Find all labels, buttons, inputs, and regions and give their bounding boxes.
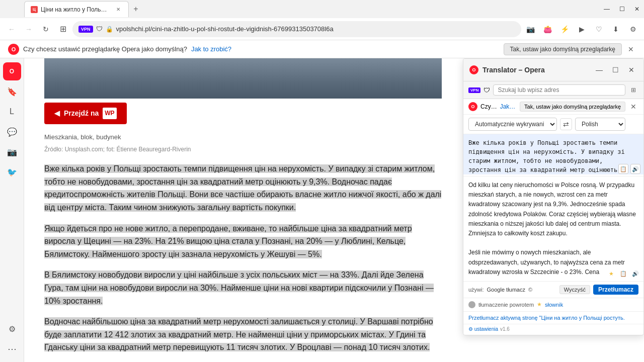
translator-panel: O Translator – Opera — ☐ ✕ VPN 🛡 ⊞ O Czy…	[463, 58, 644, 335]
translator-ext-icon[interactable]: ⊞	[628, 85, 638, 95]
source-language-select[interactable]: Automatycznie wykrywani	[468, 118, 557, 131]
left-sidebar: O 🔖 L 💬 📷 🐦 ⚙ ⋯	[0, 58, 24, 362]
play-icon[interactable]: ▶	[575, 22, 589, 36]
translator-opera-logo: O	[469, 65, 478, 74]
translate-button[interactable]: Przetłumacz	[593, 285, 638, 295]
sidebar-settings-icon[interactable]: ⚙	[3, 320, 21, 338]
translator-version: ⚙ ustawienia v1.6	[463, 324, 643, 335]
translator-infobar: O Czy… Jak… Tak, ustaw jako domyślną prz…	[463, 99, 643, 115]
screenshot-icon[interactable]: 📷	[523, 22, 537, 36]
infobar-text: Czy chcesz ustawić przeglądarkę Opera ja…	[23, 45, 187, 53]
sidebar-history-icon[interactable]: L	[3, 103, 21, 121]
tab-favicon: Ц	[31, 6, 38, 13]
minimize-button[interactable]: —	[600, 2, 614, 16]
translator-infobar-prefix: Czy…	[480, 103, 497, 110]
translator-vpn-badge: VPN	[468, 87, 480, 93]
output-star-button[interactable]: ★	[606, 269, 616, 279]
infobar: O Czy chcesz ustawić przeglądarkę Opera …	[0, 40, 644, 58]
sidebar-twitter-icon[interactable]: 🐦	[3, 163, 21, 181]
wallet-icon[interactable]: 👛	[540, 22, 554, 36]
sidebar-messenger-icon[interactable]: 💬	[3, 123, 21, 141]
settings-icon[interactable]: ⚙	[626, 22, 640, 36]
new-tab-button[interactable]: +	[129, 2, 143, 16]
output-copy-button[interactable]: 📋	[618, 269, 628, 279]
source-textarea[interactable]: Вже кілька років у Польщі зростають темп…	[463, 134, 643, 174]
translator-close-button[interactable]: ✕	[625, 64, 637, 76]
aria-icon[interactable]: ⚡	[557, 22, 572, 36]
close-window-button[interactable]: ✕	[630, 2, 644, 16]
extensions-button[interactable]: ⊞	[55, 22, 70, 37]
footer-dictionary-link[interactable]: słownik	[545, 302, 563, 308]
footer-badge	[468, 301, 475, 308]
article-paragraph-4: Водночас найбільшою ціна за квадратний м…	[44, 315, 442, 354]
source-tts-button[interactable]: 🔊	[630, 164, 640, 174]
set-default-button[interactable]: Tak, ustaw jako domyślną przeglądarkę	[504, 43, 622, 55]
forward-button[interactable]: →	[21, 22, 36, 37]
highlighted-text-4: Водночас найбільшою ціна за квадратний м…	[44, 317, 433, 351]
opera-logo: O	[8, 44, 19, 55]
navigation-bar: ← → ↻ ⊞ VPN 🛡 🔒 vpolshchi.pl/cini-na-zhi…	[0, 18, 644, 40]
arrow-icon: ◀	[54, 108, 60, 119]
translator-minimize-button[interactable]: —	[593, 64, 605, 76]
translator-infobar-link[interactable]: Jak…	[500, 103, 516, 110]
wp-button-label: Przejdź na	[64, 108, 99, 119]
image-source: Źródło: Unsplash.com; fot: Étienne Beaur…	[44, 145, 442, 154]
tab-bar: Ц Ціни на житло у Польщі р ✕ + — ☐ ✕	[0, 0, 644, 18]
refresh-button[interactable]: ↻	[38, 22, 53, 37]
source-copy-button[interactable]: 📋	[618, 164, 628, 174]
output-actions: ★ 📋 🔊	[606, 269, 640, 279]
output-tts-button[interactable]: 🔊	[630, 269, 640, 279]
version-number: v1.6	[500, 326, 510, 332]
wp-logo: WP	[103, 108, 116, 119]
sidebar-bookmarks-icon[interactable]: 🔖	[3, 82, 21, 101]
maximize-button[interactable]: ☐	[615, 2, 629, 16]
tab-close-button[interactable]: ✕	[114, 6, 122, 14]
engine-settings-link[interactable]: ©	[528, 287, 532, 293]
tab-title: Ціни на житло у Польщі р	[41, 6, 111, 13]
translator-address-input[interactable]	[493, 84, 625, 96]
footer-star-icon: ★	[537, 301, 542, 308]
image-caption: Mieszkania, blok, budynek	[44, 132, 442, 143]
main-layout: O 🔖 L 💬 📷 🐦 ⚙ ⋯ ◀ Przejdź na WP Mieszkan…	[0, 58, 644, 362]
translator-address-bar: VPN 🛡 ⊞	[463, 81, 643, 99]
source-text-container: Вже кілька років у Польщі зростають темп…	[463, 134, 643, 176]
language-swap-button[interactable]: ⇄	[560, 118, 572, 130]
url-text: vpolshchi.pl/cini-na-zhitlo-u-pol-shi-ro…	[116, 25, 515, 33]
sidebar-more-icon[interactable]: ⋯	[3, 340, 21, 358]
article-paragraph-1: Вже кілька років у Польщі зростають темп…	[44, 162, 442, 214]
version-settings-link[interactable]: ⚙ ustawienia	[468, 326, 498, 332]
translator-infobar-close[interactable]: ✕	[628, 103, 638, 111]
content-area: ◀ Przejdź na WP Mieszkania, blok, budyne…	[24, 58, 644, 362]
clear-button[interactable]: Wyczyść	[559, 285, 590, 294]
browser-chrome: Ц Ціни на житло у Польщі р ✕ + — ☐ ✕ ← →…	[0, 0, 644, 58]
window-controls: — ☐ ✕	[600, 2, 644, 16]
back-button[interactable]: ←	[4, 22, 19, 37]
download-icon[interactable]: ⬇	[609, 22, 623, 36]
engine-label: używi:	[468, 287, 484, 293]
heart-icon[interactable]: ♡	[592, 22, 606, 36]
translator-header: O Translator – Opera — ☐ ✕	[463, 59, 643, 81]
article-content: ◀ Przejdź na WP Mieszkania, blok, budyne…	[24, 58, 462, 362]
highlighted-text-1: Вже кілька років у Польщі зростають темп…	[44, 164, 441, 212]
nav-right-icons: 📷 👛 ⚡ ▶ ♡ ⬇ ⚙	[523, 22, 640, 36]
article-paragraph-3: В Бялимстоку новобудови виросли у ціні н…	[44, 268, 442, 307]
vpn-badge: VPN	[78, 26, 93, 33]
footer-text: tłumaczenie powrotem	[478, 302, 534, 308]
article-paragraph-2: Якщо йдеться про не нове житло, а перепр…	[44, 222, 442, 261]
language-selector: Automatycznie wykrywani ⇄ Polish	[463, 115, 643, 134]
address-bar[interactable]: VPN 🛡 🔒 vpolshchi.pl/cini-na-zhitlo-u-po…	[72, 21, 521, 37]
infobar-close-button[interactable]: ✕	[626, 44, 636, 54]
infobar-link[interactable]: Jak to zrobić?	[191, 45, 231, 53]
translator-expand-button[interactable]: ☐	[609, 64, 621, 76]
sidebar-opera-logo[interactable]: O	[3, 62, 21, 80]
translated-text: Od kilku lat ceny nieruchomości w Polsce…	[468, 182, 636, 276]
translator-infobar-logo: O	[468, 102, 477, 111]
sidebar-instagram-icon[interactable]: 📷	[3, 143, 21, 161]
active-tab[interactable]: Ц Ціни на житло у Польщі р ✕	[24, 1, 129, 17]
target-language-select[interactable]: Polish	[575, 118, 625, 131]
engine-row: używi: Google tłumacz © Wyczyść Przetłum…	[463, 282, 643, 298]
translator-set-default-button[interactable]: Tak, ustaw jako domyślną przeglądarkę	[520, 102, 625, 112]
wp-button[interactable]: ◀ Przejdź na WP	[44, 103, 127, 124]
translator-footer: tłumaczenie powrotem ★ słownik	[463, 298, 643, 312]
translate-page-link[interactable]: Przetłumacz aktywną stronę "Ціни на житл…	[463, 312, 643, 324]
